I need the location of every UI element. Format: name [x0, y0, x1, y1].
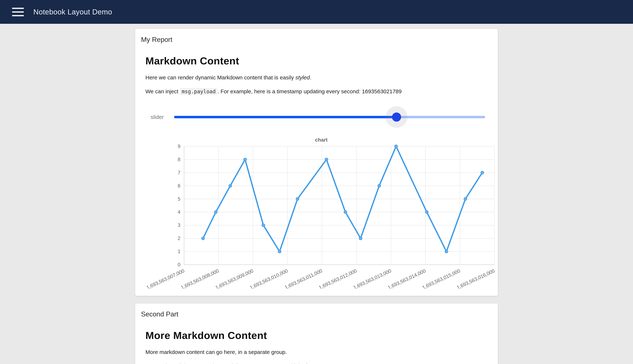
links-link[interactable]: links — [179, 363, 190, 364]
svg-text:1,693,563,010,000: 1,693,563,010,000 — [249, 268, 289, 288]
report-card: My Report Markdown Content Here we can r… — [135, 29, 498, 296]
svg-text:1,693,563,015,000: 1,693,563,015,000 — [421, 268, 461, 288]
svg-text:1,693,563,007,000: 1,693,563,007,000 — [146, 268, 185, 288]
svg-text:1: 1 — [178, 249, 180, 254]
svg-text:9: 9 — [178, 144, 180, 149]
svg-text:6: 6 — [178, 183, 180, 188]
markdown-paragraph-4: We can have links or any other Markdown … — [145, 363, 493, 364]
card-title: Second Part — [140, 309, 493, 318]
svg-text:5: 5 — [178, 196, 180, 202]
slider-label: slider — [145, 114, 164, 120]
svg-text:2: 2 — [178, 236, 180, 241]
slider-thumb[interactable] — [392, 112, 401, 122]
markdown-paragraph-2: We can inject msg.payload. For example, … — [145, 88, 493, 94]
app-title: Notebook Layout Demo — [33, 8, 112, 16]
svg-text:0: 0 — [178, 262, 180, 268]
svg-text:8: 8 — [178, 157, 180, 162]
svg-text:1,693,563,008,000: 1,693,563,008,000 — [180, 268, 220, 288]
line-chart: 01234567891,693,563,007,0001,693,563,008… — [145, 144, 497, 288]
page-body: My Report Markdown Content Here we can r… — [0, 24, 633, 364]
hamburger-icon — [12, 8, 24, 9]
more-markdown-heading: More Markdown Content — [145, 330, 493, 341]
svg-text:7: 7 — [178, 170, 180, 176]
hamburger-menu-button[interactable] — [9, 3, 27, 21]
chart-widget: chart 01234567891,693,563,007,0001,693,5… — [145, 137, 493, 288]
svg-text:1,693,563,011,000: 1,693,563,011,000 — [284, 268, 323, 288]
card-title: My Report — [140, 34, 493, 44]
svg-text:1,693,563,013,000: 1,693,563,013,000 — [352, 268, 392, 288]
svg-text:1,693,563,014,000: 1,693,563,014,000 — [387, 268, 427, 288]
markdown-widget-2: More Markdown Content More markdown cont… — [140, 330, 493, 364]
styled-emphasis: styled — [295, 74, 310, 80]
app-header: Notebook Layout Demo — [0, 0, 633, 24]
svg-text:1,693,563,016,000: 1,693,563,016,000 — [456, 268, 496, 288]
timestamp-value: 1693563021789 — [362, 88, 402, 94]
slider-widget: slider — [145, 109, 493, 125]
svg-text:3: 3 — [178, 222, 180, 228]
msg-payload-code: msg.payload — [180, 88, 218, 95]
svg-text:4: 4 — [178, 209, 180, 215]
markdown-paragraph-1: Here we can render dynamic Markdown cont… — [145, 74, 493, 81]
markdown-paragraph-3: More markdown content can go here, in a … — [145, 349, 493, 355]
svg-text:1,693,563,009,000: 1,693,563,009,000 — [215, 268, 254, 288]
markdown-heading: Markdown Content — [145, 55, 493, 67]
second-part-card: Second Part More Markdown Content More m… — [135, 303, 498, 364]
svg-text:1,693,563,012,000: 1,693,563,012,000 — [318, 268, 358, 288]
markdown-widget: Markdown Content Here we can render dyna… — [140, 55, 493, 288]
slider-fill-track — [174, 116, 396, 118]
chart-title: chart — [145, 137, 497, 143]
slider-input[interactable] — [174, 109, 485, 125]
